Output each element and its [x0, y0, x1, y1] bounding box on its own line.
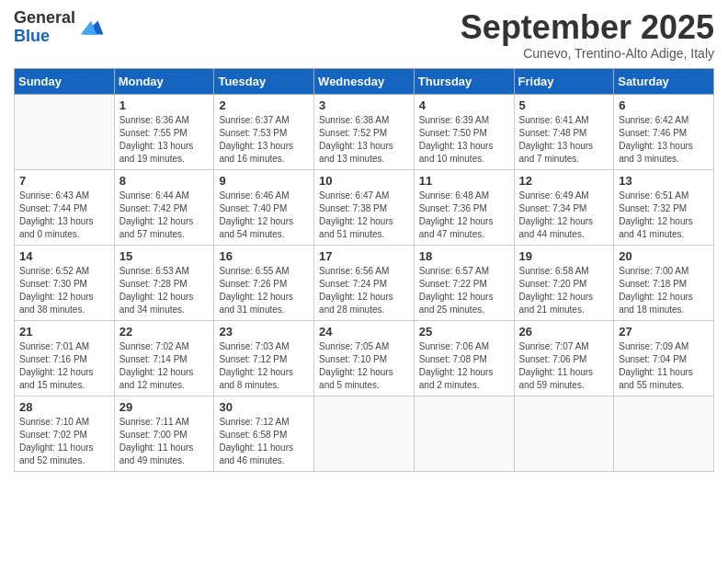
day-number: 4 [419, 98, 509, 112]
calendar-cell: 5Sunrise: 6:41 AM Sunset: 7:48 PM Daylig… [514, 94, 614, 169]
day-number: 3 [319, 98, 409, 112]
calendar-cell: 28Sunrise: 7:10 AM Sunset: 7:02 PM Dayli… [15, 396, 115, 471]
column-header-friday: Friday [514, 68, 614, 94]
calendar-cell: 20Sunrise: 7:00 AM Sunset: 7:18 PM Dayli… [614, 245, 714, 320]
column-header-wednesday: Wednesday [314, 68, 415, 94]
day-info: Sunrise: 6:47 AM Sunset: 7:38 PM Dayligh… [319, 190, 409, 241]
day-number: 26 [519, 325, 609, 339]
day-info: Sunrise: 6:44 AM Sunset: 7:42 PM Dayligh… [119, 190, 210, 241]
calendar-cell: 22Sunrise: 7:02 AM Sunset: 7:14 PM Dayli… [114, 320, 214, 396]
day-number: 15 [119, 249, 210, 263]
month-title: September 2025 [461, 9, 714, 46]
column-header-tuesday: Tuesday [214, 68, 314, 94]
day-number: 22 [119, 325, 210, 339]
logo: General Blue [14, 9, 105, 46]
calendar-cell: 13Sunrise: 6:51 AM Sunset: 7:32 PM Dayli… [614, 169, 714, 245]
day-number: 11 [419, 174, 509, 188]
day-number: 10 [319, 174, 409, 188]
day-info: Sunrise: 6:36 AM Sunset: 7:55 PM Dayligh… [119, 114, 210, 166]
calendar-week-row: 14Sunrise: 6:52 AM Sunset: 7:30 PM Dayli… [15, 245, 714, 320]
day-number: 1 [119, 98, 210, 112]
day-number: 24 [319, 325, 409, 339]
day-number: 20 [619, 249, 709, 263]
calendar-cell: 24Sunrise: 7:05 AM Sunset: 7:10 PM Dayli… [314, 320, 415, 396]
calendar-cell: 27Sunrise: 7:09 AM Sunset: 7:04 PM Dayli… [614, 320, 714, 396]
day-info: Sunrise: 7:02 AM Sunset: 7:14 PM Dayligh… [119, 340, 210, 392]
calendar-cell: 21Sunrise: 7:01 AM Sunset: 7:16 PM Dayli… [15, 320, 115, 396]
calendar-cell: 30Sunrise: 7:12 AM Sunset: 6:58 PM Dayli… [214, 396, 314, 471]
day-number: 23 [219, 325, 309, 339]
calendar-cell: 14Sunrise: 6:52 AM Sunset: 7:30 PM Dayli… [15, 245, 115, 320]
day-number: 29 [119, 400, 210, 414]
day-number: 19 [519, 249, 609, 263]
calendar-cell: 1Sunrise: 6:36 AM Sunset: 7:55 PM Daylig… [114, 94, 214, 169]
day-info: Sunrise: 7:10 AM Sunset: 7:02 PM Dayligh… [19, 416, 109, 467]
day-number: 9 [219, 174, 309, 188]
day-number: 18 [419, 249, 509, 263]
calendar-cell: 18Sunrise: 6:57 AM Sunset: 7:22 PM Dayli… [414, 245, 514, 320]
day-number: 7 [19, 174, 109, 188]
day-number: 14 [19, 249, 109, 263]
calendar-cell [414, 396, 514, 471]
calendar-cell: 3Sunrise: 6:38 AM Sunset: 7:52 PM Daylig… [314, 94, 415, 169]
day-number: 30 [219, 400, 309, 414]
column-header-thursday: Thursday [414, 68, 514, 94]
day-number: 25 [419, 325, 509, 339]
day-info: Sunrise: 7:09 AM Sunset: 7:04 PM Dayligh… [619, 340, 709, 392]
calendar-cell: 23Sunrise: 7:03 AM Sunset: 7:12 PM Dayli… [214, 320, 314, 396]
calendar-cell [514, 396, 614, 471]
day-number: 6 [619, 98, 709, 112]
calendar-week-row: 28Sunrise: 7:10 AM Sunset: 7:02 PM Dayli… [15, 396, 714, 471]
calendar-cell: 29Sunrise: 7:11 AM Sunset: 7:00 PM Dayli… [114, 396, 214, 471]
logo-text: General Blue [14, 9, 75, 46]
day-info: Sunrise: 6:53 AM Sunset: 7:28 PM Dayligh… [119, 265, 210, 316]
day-info: Sunrise: 6:42 AM Sunset: 7:46 PM Dayligh… [619, 114, 709, 166]
logo-icon [77, 14, 105, 41]
calendar-cell [614, 396, 714, 471]
calendar-cell: 15Sunrise: 6:53 AM Sunset: 7:28 PM Dayli… [114, 245, 214, 320]
day-info: Sunrise: 6:49 AM Sunset: 7:34 PM Dayligh… [519, 190, 609, 241]
calendar-cell: 7Sunrise: 6:43 AM Sunset: 7:44 PM Daylig… [15, 169, 115, 245]
day-info: Sunrise: 6:38 AM Sunset: 7:52 PM Dayligh… [319, 114, 409, 166]
calendar-cell: 16Sunrise: 6:55 AM Sunset: 7:26 PM Dayli… [214, 245, 314, 320]
calendar-cell: 25Sunrise: 7:06 AM Sunset: 7:08 PM Dayli… [414, 320, 514, 396]
calendar-table: SundayMondayTuesdayWednesdayThursdayFrid… [14, 68, 714, 472]
day-info: Sunrise: 6:46 AM Sunset: 7:40 PM Dayligh… [219, 190, 309, 241]
calendar-cell: 12Sunrise: 6:49 AM Sunset: 7:34 PM Dayli… [514, 169, 614, 245]
day-number: 2 [219, 98, 309, 112]
day-number: 21 [19, 325, 109, 339]
calendar-week-row: 7Sunrise: 6:43 AM Sunset: 7:44 PM Daylig… [15, 169, 714, 245]
day-info: Sunrise: 7:11 AM Sunset: 7:00 PM Dayligh… [119, 416, 210, 467]
column-header-sunday: Sunday [15, 68, 115, 94]
day-number: 27 [619, 325, 709, 339]
day-info: Sunrise: 7:07 AM Sunset: 7:06 PM Dayligh… [519, 340, 609, 392]
day-info: Sunrise: 6:58 AM Sunset: 7:20 PM Dayligh… [519, 265, 609, 316]
day-info: Sunrise: 7:05 AM Sunset: 7:10 PM Dayligh… [319, 340, 409, 392]
title-block: September 2025 Cunevo, Trentino-Alto Adi… [461, 9, 714, 61]
day-info: Sunrise: 6:39 AM Sunset: 7:50 PM Dayligh… [419, 114, 509, 166]
calendar-cell: 4Sunrise: 6:39 AM Sunset: 7:50 PM Daylig… [414, 94, 514, 169]
day-number: 12 [519, 174, 609, 188]
day-number: 13 [619, 174, 709, 188]
page-header: General Blue September 2025 Cunevo, Tren… [14, 9, 714, 61]
column-header-monday: Monday [114, 68, 214, 94]
column-header-saturday: Saturday [614, 68, 714, 94]
calendar-cell: 8Sunrise: 6:44 AM Sunset: 7:42 PM Daylig… [114, 169, 214, 245]
calendar-cell: 19Sunrise: 6:58 AM Sunset: 7:20 PM Dayli… [514, 245, 614, 320]
calendar-week-row: 21Sunrise: 7:01 AM Sunset: 7:16 PM Dayli… [15, 320, 714, 396]
day-info: Sunrise: 7:01 AM Sunset: 7:16 PM Dayligh… [19, 340, 109, 392]
day-info: Sunrise: 6:52 AM Sunset: 7:30 PM Dayligh… [19, 265, 109, 316]
day-info: Sunrise: 6:55 AM Sunset: 7:26 PM Dayligh… [219, 265, 309, 316]
calendar-cell: 11Sunrise: 6:48 AM Sunset: 7:36 PM Dayli… [414, 169, 514, 245]
calendar-cell [15, 94, 115, 169]
calendar-week-row: 1Sunrise: 6:36 AM Sunset: 7:55 PM Daylig… [15, 94, 714, 169]
day-info: Sunrise: 7:12 AM Sunset: 6:58 PM Dayligh… [219, 416, 309, 467]
day-number: 28 [19, 400, 109, 414]
calendar-cell: 10Sunrise: 6:47 AM Sunset: 7:38 PM Dayli… [314, 169, 415, 245]
day-info: Sunrise: 6:51 AM Sunset: 7:32 PM Dayligh… [619, 190, 709, 241]
day-info: Sunrise: 7:03 AM Sunset: 7:12 PM Dayligh… [219, 340, 309, 392]
calendar-cell: 9Sunrise: 6:46 AM Sunset: 7:40 PM Daylig… [214, 169, 314, 245]
day-number: 5 [519, 98, 609, 112]
calendar-cell: 26Sunrise: 7:07 AM Sunset: 7:06 PM Dayli… [514, 320, 614, 396]
calendar-cell [314, 396, 415, 471]
